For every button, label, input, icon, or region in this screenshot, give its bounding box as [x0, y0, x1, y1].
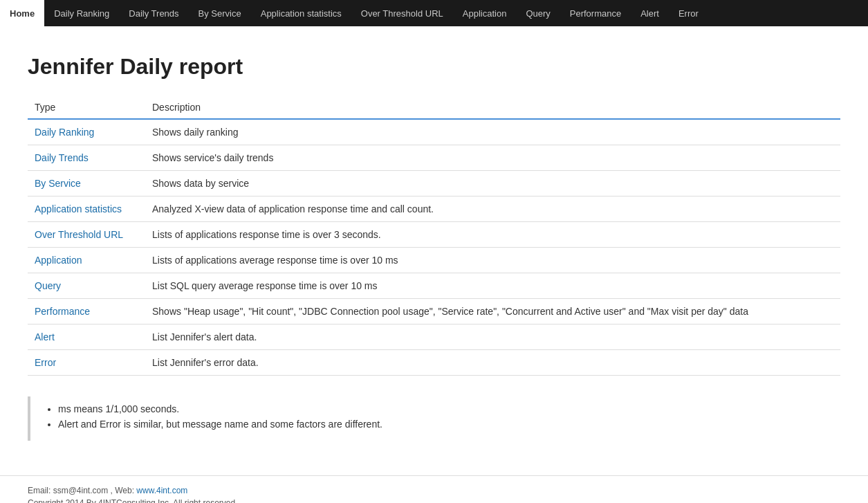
- row-description: List SQL query average response time is …: [145, 273, 840, 299]
- row-description: Shows data by service: [145, 171, 840, 196]
- row-type-link[interactable]: Query: [35, 280, 61, 291]
- note-item: ms means 1/1,000 seconds.: [58, 403, 827, 414]
- notes-section: ms means 1/1,000 seconds.Alert and Error…: [28, 396, 840, 441]
- footer-contact: Email: ssm@4int.com , Web: www.4int.com: [28, 486, 840, 495]
- row-description: Shows "Heap usage", "Hit count", "JDBC C…: [145, 299, 840, 324]
- row-type-link[interactable]: Application: [35, 255, 82, 266]
- row-type-link[interactable]: Daily Trends: [35, 152, 89, 163]
- nav-item-daily-trends[interactable]: Daily Trends: [119, 0, 188, 26]
- table-row: AlertList Jennifer's alert data.: [28, 324, 840, 350]
- row-description: Analyzed X-view data of application resp…: [145, 196, 840, 222]
- footer-email: Email: ssm@4int.com , Web:: [28, 486, 136, 495]
- nav-item-error[interactable]: Error: [669, 0, 708, 26]
- row-description: List Jennifer's alert data.: [145, 324, 840, 350]
- row-type-link[interactable]: Alert: [35, 331, 55, 342]
- table-row: Application statisticsAnalyzed X-view da…: [28, 196, 840, 222]
- row-type-link[interactable]: Over Threshold URL: [35, 229, 123, 240]
- row-type-link[interactable]: Error: [35, 357, 56, 368]
- table-row: ApplicationLists of applications average…: [28, 248, 840, 273]
- description-table: Type Description Daily RankingShows dail…: [28, 96, 840, 376]
- nav-item-home[interactable]: Home: [0, 0, 44, 26]
- col-description-header: Description: [145, 96, 840, 119]
- row-description: List Jennifer's error data.: [145, 350, 840, 376]
- table-row: QueryList SQL query average response tim…: [28, 273, 840, 299]
- col-type-header: Type: [28, 96, 145, 119]
- row-type-link[interactable]: Daily Ranking: [35, 127, 94, 138]
- nav-item-application[interactable]: Application: [453, 0, 517, 26]
- main-nav: HomeDaily RankingDaily TrendsBy ServiceA…: [0, 0, 868, 26]
- table-row: ErrorList Jennifer's error data.: [28, 350, 840, 376]
- table-row: By ServiceShows data by service: [28, 171, 840, 196]
- nav-item-query[interactable]: Query: [516, 0, 560, 26]
- table-row: Over Threshold URLLists of applications …: [28, 222, 840, 248]
- note-item: Alert and Error is similar, but message …: [58, 419, 827, 430]
- nav-item-daily-ranking[interactable]: Daily Ranking: [44, 0, 119, 26]
- footer: Email: ssm@4int.com , Web: www.4int.com …: [0, 475, 868, 503]
- table-row: Daily TrendsShows service's daily trends: [28, 145, 840, 171]
- table-row: PerformanceShows "Heap usage", "Hit coun…: [28, 299, 840, 324]
- table-row: Daily RankingShows daily ranking: [28, 119, 840, 145]
- page-title: Jennifer Daily report: [28, 54, 840, 80]
- nav-item-performance[interactable]: Performance: [560, 0, 631, 26]
- row-type-link[interactable]: By Service: [35, 178, 81, 189]
- row-description: Shows daily ranking: [145, 119, 840, 145]
- main-content: Jennifer Daily report Type Description D…: [0, 26, 868, 455]
- nav-item-application-statistics[interactable]: Application statistics: [251, 0, 351, 26]
- nav-item-alert[interactable]: Alert: [631, 0, 669, 26]
- row-description: Shows service's daily trends: [145, 145, 840, 171]
- row-description: Lists of applications response time is o…: [145, 222, 840, 248]
- footer-web-link[interactable]: www.4int.com: [136, 486, 187, 495]
- row-description: Lists of applications average response t…: [145, 248, 840, 273]
- nav-item-by-service[interactable]: By Service: [189, 0, 251, 26]
- row-type-link[interactable]: Performance: [35, 306, 90, 317]
- nav-item-over-threshold-url[interactable]: Over Threshold URL: [351, 0, 453, 26]
- row-type-link[interactable]: Application statistics: [35, 203, 122, 214]
- footer-copyright: Copyright 2014 By 4INTConsulting Inc. Al…: [28, 498, 840, 503]
